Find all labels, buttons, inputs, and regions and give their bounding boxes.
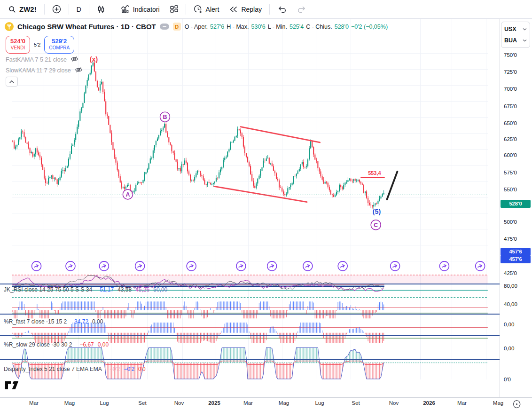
wave-label-A[interactable]: A xyxy=(123,189,133,199)
last-price-badge: 528'0 xyxy=(501,200,531,208)
redo-button[interactable] xyxy=(292,2,311,17)
candle-body xyxy=(87,80,88,86)
layout-grid-button[interactable] xyxy=(165,2,183,17)
currency-dropdown[interactable]: USX xyxy=(504,26,527,32)
contract-rollover-icon[interactable] xyxy=(66,261,75,271)
contract-rollover-icon[interactable] xyxy=(391,261,400,271)
contract-rollover-icon[interactable] xyxy=(135,261,145,271)
trend-line[interactable] xyxy=(214,186,307,202)
open-value: 527'6 xyxy=(210,24,224,30)
contract-rollover-icon[interactable] xyxy=(476,261,485,271)
slowkama-legend[interactable]: SlowKAMA 11 7 29 close xyxy=(6,67,83,74)
indicators-button[interactable]: Indicatori xyxy=(116,2,164,17)
pane-divider[interactable] xyxy=(0,335,532,336)
go-to-realtime-icon[interactable] xyxy=(512,400,521,410)
candle-body xyxy=(269,158,270,164)
candle-body xyxy=(276,173,277,179)
wave-label-x[interactable]: (x) xyxy=(90,55,98,63)
interval-label: D xyxy=(77,6,81,13)
wr-slow-legend[interactable]: %R_slow 29 close -30 30 2−6,670,00 xyxy=(4,341,109,348)
time-axis[interactable]: MarMagLugSetNov2025MarMagLugSetNov2026Ma… xyxy=(0,397,532,410)
eye-off-icon[interactable] xyxy=(75,67,83,74)
candle-body xyxy=(382,194,383,197)
trend-line[interactable] xyxy=(241,127,320,142)
order-price-badge[interactable]: 457'6 xyxy=(501,255,531,263)
order-price-badge[interactable]: 457'6 xyxy=(501,248,531,256)
plus-circle-icon xyxy=(52,5,61,14)
contract-rollover-icon[interactable] xyxy=(187,261,196,271)
candle-body xyxy=(124,187,125,189)
pane-divider[interactable] xyxy=(0,314,532,315)
candle-body xyxy=(209,182,210,183)
contract-rollover-icon[interactable] xyxy=(439,261,449,271)
price-axis[interactable]: USX BUA 750'0725'0700'0675'0650'0625'060… xyxy=(500,19,532,397)
candle-body xyxy=(52,175,53,179)
candle-body xyxy=(38,152,39,154)
fastkama-title: FastKAMA 7 5 21 close xyxy=(6,56,67,63)
eye-off-icon[interactable] xyxy=(70,56,78,63)
candle-body xyxy=(203,176,203,180)
candle-body xyxy=(239,129,240,130)
wave-label-B[interactable]: B xyxy=(160,112,170,122)
data-mode-badge[interactable]: D xyxy=(173,23,181,31)
symbol-search-button[interactable]: ZW2! xyxy=(4,2,41,17)
unit-dropdown[interactable]: BUA xyxy=(504,37,527,44)
sell-button[interactable]: 524'0 VENDI xyxy=(6,36,30,54)
contract-rollover-icon[interactable] xyxy=(32,261,41,271)
candle-body xyxy=(184,160,185,165)
time-axis-month-label: Lug xyxy=(100,400,109,406)
wave-letter: B xyxy=(163,114,167,120)
candle-body xyxy=(257,179,258,183)
undo-button[interactable] xyxy=(273,2,291,17)
tradingview-app: ZW2! D xyxy=(0,0,532,410)
candle-body xyxy=(379,198,380,201)
toolbar-separator xyxy=(44,4,45,15)
trend-line[interactable] xyxy=(387,172,397,199)
candle-body xyxy=(125,187,126,189)
chart-canvas[interactable]: 553,4(x)BA(5)C xyxy=(0,19,500,397)
alert-button[interactable]: Alert xyxy=(189,2,224,17)
disparity-legend[interactable]: Disparity_Index 5 21 close 7 EMA EMA−0'2… xyxy=(4,366,146,372)
candle-body xyxy=(314,155,315,160)
candle-body xyxy=(102,82,103,92)
candle-body xyxy=(90,73,91,75)
tradingview-logo[interactable] xyxy=(5,381,20,392)
candle-body xyxy=(233,141,234,142)
candle-body xyxy=(226,157,227,158)
wave-label-5[interactable]: (5) xyxy=(373,208,381,215)
contract-rollover-icon[interactable] xyxy=(267,261,277,271)
candle-body xyxy=(64,170,65,171)
contract-rollover-icon[interactable] xyxy=(99,261,109,271)
jkrsi-legend[interactable]: JK_RSI close 14 25 75 50 5 S S 3451,1743… xyxy=(4,286,167,293)
contract-rollover-icon[interactable] xyxy=(303,261,313,271)
slowkama-title: SlowKAMA 11 7 29 close xyxy=(6,67,71,74)
candle-body xyxy=(60,177,61,181)
contract-rollover-icon[interactable] xyxy=(236,261,246,271)
price-tick: 675'0 xyxy=(504,103,517,110)
interval-button[interactable]: D xyxy=(72,2,86,17)
minimize-pill-icon[interactable] xyxy=(160,24,169,30)
candle-body xyxy=(355,179,356,181)
compare-add-button[interactable] xyxy=(47,2,66,17)
collapse-legend-button[interactable] xyxy=(6,77,18,87)
fastkama-legend[interactable]: FastKAMA 7 5 21 close xyxy=(6,56,78,63)
sell-label: VENDI xyxy=(10,45,25,51)
candle-body xyxy=(358,180,359,181)
candle-body xyxy=(263,161,264,167)
wave-label-C[interactable]: C xyxy=(371,220,381,230)
candle-body xyxy=(112,142,113,150)
contract-rollover-icon[interactable] xyxy=(338,261,347,271)
candle-body xyxy=(157,139,158,141)
candle-body xyxy=(313,147,314,155)
pane-divider[interactable] xyxy=(0,284,532,284)
wr-fast-legend[interactable]: %R_fast 7 close -15 15 234,720,00 xyxy=(4,318,103,325)
price-level-label: 553,4 xyxy=(368,170,381,176)
pane-divider[interactable] xyxy=(0,359,532,360)
candle-body xyxy=(369,203,370,205)
chart-style-button[interactable] xyxy=(92,2,110,17)
chart-title[interactable]: Chicago SRW Wheat Futures · 1D · CBOT xyxy=(17,23,156,31)
chart-area[interactable]: 553,4(x)BA(5)C Chicago SRW Wheat Futures… xyxy=(0,19,500,397)
buy-button[interactable]: 529'2 COMPRA xyxy=(44,36,74,54)
candle-body xyxy=(329,187,330,190)
replay-button[interactable]: Replay xyxy=(225,2,266,17)
